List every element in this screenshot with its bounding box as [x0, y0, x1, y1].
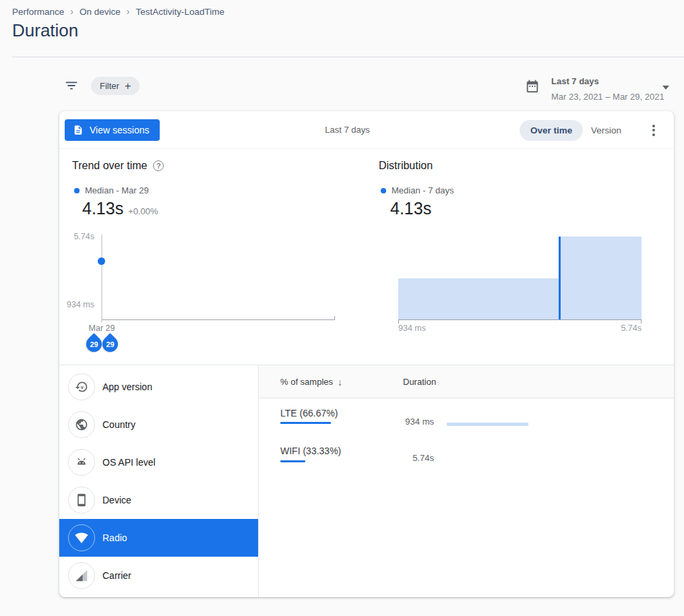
cell-signal-icon — [75, 569, 88, 582]
lte-duration-minibar — [447, 423, 528, 426]
distribution-x-max-label: 5.74s — [608, 324, 642, 333]
histogram-median-line — [559, 237, 561, 319]
breadcrumb-trace-name[interactable]: TestActivity-LoadTime — [135, 7, 224, 17]
lte-duration-value: 934 ms — [360, 417, 434, 427]
samples-header-label: % of samples — [280, 377, 333, 387]
trend-y-max-label: 5.74s — [59, 232, 94, 241]
duration-card: View sessions Last 7 days Over time Vers… — [59, 111, 674, 597]
page-title: Duration — [12, 20, 78, 41]
android-icon — [75, 456, 88, 469]
sidebar-item-device[interactable]: Device — [59, 481, 258, 519]
breadcrumb: Performance › On device › TestActivity-L… — [12, 6, 224, 17]
performance-duration-page: Performance › On device › TestActivity-L… — [0, 0, 684, 616]
globe-icon — [75, 418, 88, 431]
filter-chip-label: Filter — [100, 81, 119, 91]
distribution-x-axis — [398, 319, 642, 320]
chevron-right-icon: › — [70, 6, 73, 17]
smartphone-icon — [75, 493, 88, 507]
view-sessions-button[interactable]: View sessions — [65, 119, 160, 141]
trend-x-axis — [102, 319, 335, 320]
trend-delta: +0.00% — [128, 206, 158, 216]
breadcrumb-performance[interactable]: Performance — [12, 7, 64, 17]
distribution-legend-label: Median - 7 days — [392, 185, 454, 195]
wifi-sample-bar — [280, 460, 305, 462]
distribution-section-title: Distribution — [379, 160, 433, 172]
trend-title-text: Trend over time — [72, 160, 147, 172]
card-header-divider — [59, 148, 674, 149]
range-slider-end-value: 29 — [102, 336, 118, 352]
sidebar-label: Carrier — [102, 570, 131, 581]
filter-chip[interactable]: Filter + — [91, 77, 139, 95]
chevron-right-icon: › — [127, 6, 130, 17]
trend-data-point — [98, 257, 105, 265]
sidebar-item-carrier[interactable]: Carrier — [59, 557, 258, 594]
date-range-label: Mar 23, 2021 – Mar 29, 2021 — [551, 92, 664, 102]
kebab-menu-icon[interactable] — [648, 123, 659, 137]
filter-funnel-icon[interactable] — [64, 78, 79, 93]
attribute-sidebar: v App version Country — [59, 365, 258, 597]
breakdown-table: % of samples ↓ Duration LTE (66.67%) 934… — [259, 365, 674, 597]
svg-text:v: v — [81, 384, 84, 390]
distribution-title-text: Distribution — [379, 160, 433, 172]
period-label: Last 7 days — [315, 125, 379, 135]
sidebar-item-app-version[interactable]: v App version — [59, 368, 258, 406]
app-version-restore-icon: v — [75, 380, 88, 394]
table-row-wifi-label[interactable]: WIFI (33.33%) — [280, 445, 341, 456]
sidebar-label: Radio — [102, 532, 127, 543]
lte-sample-bar — [280, 422, 331, 424]
trend-value: 4.13s — [82, 199, 123, 218]
trend-axis-tick — [334, 316, 335, 319]
legend-dot-icon — [381, 188, 386, 193]
trend-y-min-label: 934 ms — [59, 300, 94, 309]
distribution-median-value: 4.13s — [390, 199, 431, 218]
sidebar-label: Device — [102, 495, 131, 505]
plus-icon: + — [125, 80, 131, 92]
column-header-samples[interactable]: % of samples ↓ — [280, 365, 342, 398]
histogram-bar-low — [398, 278, 560, 319]
tab-version[interactable]: Version — [591, 120, 621, 141]
view-sessions-label: View sessions — [90, 125, 149, 135]
sidebar-item-radio[interactable]: Radio — [59, 519, 258, 557]
trend-section-title: Trend over time ? — [72, 160, 164, 172]
wifi-icon — [75, 531, 88, 545]
trend-x-label: Mar 29 — [82, 324, 122, 333]
sidebar-label: Country — [102, 419, 135, 430]
range-slider-end-handle[interactable]: 29 — [99, 333, 121, 355]
calendar-icon — [525, 79, 540, 94]
wifi-duration-value: 5.74s — [360, 453, 434, 463]
histogram-bar-high — [560, 237, 642, 319]
date-range-picker[interactable]: Last 7 days Mar 23, 2021 – Mar 29, 2021 — [519, 73, 674, 104]
column-header-duration: Duration — [403, 365, 436, 398]
date-preset-label: Last 7 days — [551, 76, 599, 86]
trend-legend: Median - Mar 29 — [74, 185, 149, 195]
trend-gridline — [101, 235, 102, 323]
table-header: % of samples ↓ Duration — [259, 365, 674, 398]
sidebar-item-country[interactable]: Country — [59, 406, 258, 443]
distribution-histogram — [398, 237, 642, 319]
distribution-value: 4.13s — [390, 199, 431, 218]
sort-desc-icon: ↓ — [338, 377, 342, 388]
sidebar-label: OS API level — [102, 457, 156, 468]
breadcrumb-on-device[interactable]: On device — [80, 7, 121, 17]
legend-dot-icon — [74, 188, 80, 193]
trend-legend-label: Median - Mar 29 — [85, 185, 149, 195]
sidebar-item-os-api-level[interactable]: OS API level — [59, 443, 258, 481]
distribution-x-min-label: 934 ms — [398, 324, 426, 333]
sidebar-label: App version — [102, 381, 152, 392]
help-icon[interactable]: ? — [153, 160, 164, 171]
header-divider — [12, 57, 684, 57]
range-slider-start-value: 29 — [86, 336, 102, 352]
trend-median-value: 4.13s +0.00% — [82, 199, 158, 218]
table-row-lte-label[interactable]: LTE (66.67%) — [280, 408, 338, 419]
chevron-down-icon — [662, 86, 669, 90]
tab-over-time[interactable]: Over time — [520, 120, 583, 141]
document-icon — [73, 125, 84, 135]
distribution-legend: Median - 7 days — [381, 185, 454, 195]
